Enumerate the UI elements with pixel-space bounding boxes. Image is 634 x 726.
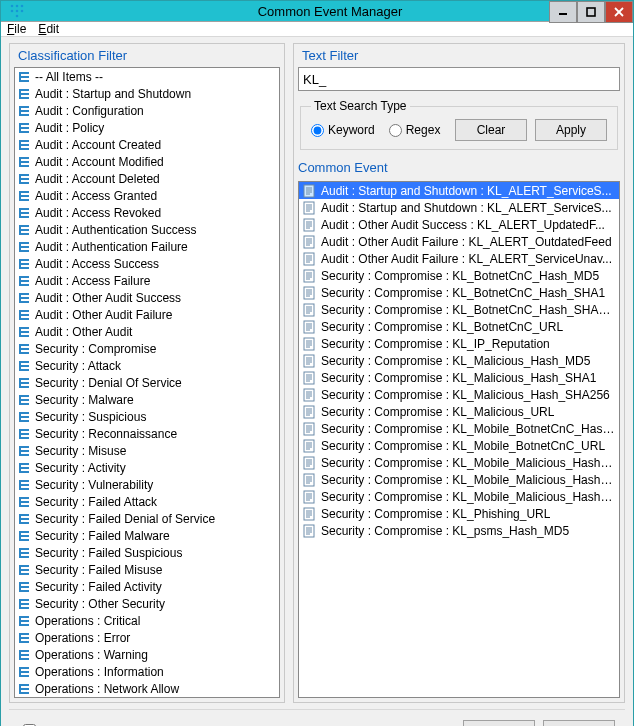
classification-item[interactable]: Security : Activity (15, 459, 279, 476)
classification-item[interactable]: Security : Compromise (15, 340, 279, 357)
maximize-button[interactable] (577, 1, 605, 23)
common-event-item[interactable]: Security : Compromise : KL_Malicious_Has… (299, 352, 619, 369)
svg-rect-98 (19, 437, 29, 439)
classification-item[interactable]: Security : Failed Attack (15, 493, 279, 510)
common-event-item[interactable]: Security : Compromise : KL_Mobile_Malici… (299, 454, 619, 471)
svg-rect-138 (19, 607, 29, 609)
svg-rect-100 (19, 446, 29, 448)
classification-item[interactable]: Security : Failed Activity (15, 578, 279, 595)
common-event-item[interactable]: Security : Compromise : KL_IP_Reputation (299, 335, 619, 352)
svg-rect-89 (19, 399, 29, 401)
common-event-item[interactable]: Audit : Startup and Shutdown : KL_ALERT_… (299, 199, 619, 216)
common-event-item[interactable]: Security : Compromise : KL_Mobile_Botnet… (299, 420, 619, 437)
classification-item[interactable]: Security : Attack (15, 357, 279, 374)
classification-tree[interactable]: -- All Items --Audit : Startup and Shutd… (14, 67, 280, 698)
list-structure-icon (17, 188, 33, 204)
classification-item[interactable]: Security : Denial Of Service (15, 374, 279, 391)
classification-item[interactable]: Security : Suspicious (15, 408, 279, 425)
common-event-item[interactable]: Audit : Other Audit Failure : KL_ALERT_S… (299, 250, 619, 267)
common-event-item[interactable]: Security : Compromise : KL_Malicious_Has… (299, 386, 619, 403)
list-structure-icon (17, 205, 33, 221)
classification-item[interactable]: Security : Failed Malware (15, 527, 279, 544)
common-event-item[interactable]: Security : Compromise : KL_Mobile_Botnet… (299, 437, 619, 454)
classification-item[interactable]: Audit : Other Audit Failure (15, 306, 279, 323)
keyword-radio-row[interactable]: Keyword (311, 123, 375, 137)
titlebar[interactable]: Common Event Manager (1, 1, 633, 21)
classification-item[interactable]: Security : Reconnaissance (15, 425, 279, 442)
classification-item[interactable]: Audit : Startup and Shutdown (15, 85, 279, 102)
svg-rect-254 (304, 508, 314, 520)
menu-edit[interactable]: Edit (38, 22, 59, 36)
classification-item[interactable]: Audit : Other Audit Success (15, 289, 279, 306)
svg-rect-169 (304, 219, 314, 231)
classification-item[interactable]: Operations : Warning (15, 646, 279, 663)
common-event-item-label: Audit : Other Audit Success : KL_ALERT_U… (321, 218, 605, 232)
classification-item[interactable]: Security : Failed Misuse (15, 561, 279, 578)
classification-item[interactable]: Audit : Account Created (15, 136, 279, 153)
regex-label: Regex (406, 123, 441, 137)
svg-rect-29 (19, 144, 29, 146)
classification-item[interactable]: Operations : Information (15, 663, 279, 680)
classification-item[interactable]: Operations : Critical (15, 612, 279, 629)
common-event-item[interactable]: Security : Compromise : KL_BotnetCnC_Has… (299, 284, 619, 301)
apply-button[interactable]: Apply (535, 119, 607, 141)
classification-item[interactable]: Audit : Configuration (15, 102, 279, 119)
minimize-button[interactable] (549, 1, 577, 23)
classification-item[interactable]: Security : Failed Suspicious (15, 544, 279, 561)
common-event-item[interactable]: Security : Compromise : KL_BotnetCnC_Has… (299, 301, 619, 318)
classification-item[interactable]: Audit : Other Audit (15, 323, 279, 340)
document-icon (301, 217, 317, 233)
text-filter-input[interactable] (298, 67, 620, 91)
menu-file[interactable]: File (7, 22, 26, 36)
svg-rect-69 (19, 314, 29, 316)
classification-item[interactable]: -- All Items -- (15, 68, 279, 85)
classification-filter-group: Classification Filter -- All Items --Aud… (9, 43, 285, 703)
clear-button[interactable]: Clear (455, 119, 527, 141)
content-area: Classification Filter -- All Items --Aud… (1, 37, 633, 726)
common-event-item[interactable]: Security : Compromise : KL_Mobile_Malici… (299, 471, 619, 488)
ok-button[interactable]: OK (463, 720, 535, 727)
common-event-item[interactable]: Security : Compromise : KL_Malicious_Has… (299, 369, 619, 386)
classification-item[interactable]: Audit : Access Success (15, 255, 279, 272)
classification-item[interactable]: Security : Misuse (15, 442, 279, 459)
classification-item[interactable]: Audit : Account Deleted (15, 170, 279, 187)
common-event-list[interactable]: Audit : Startup and Shutdown : KL_ALERT_… (298, 181, 620, 698)
common-event-item[interactable]: Security : Compromise : KL_BotnetCnC_URL (299, 318, 619, 335)
show-retired-row[interactable]: Show Retired (19, 721, 117, 726)
keyword-radio[interactable] (311, 124, 324, 137)
classification-item-label: Security : Misuse (35, 444, 126, 458)
classification-item-label: Audit : Account Created (35, 138, 161, 152)
svg-rect-130 (19, 573, 29, 575)
cancel-button[interactable]: Cancel (543, 720, 615, 727)
common-event-item-label: Audit : Startup and Shutdown : KL_ALERT_… (321, 184, 612, 198)
svg-rect-149 (19, 654, 29, 656)
classification-item[interactable]: Security : Vulnerability (15, 476, 279, 493)
classification-item[interactable]: Audit : Account Modified (15, 153, 279, 170)
classification-item[interactable]: Security : Malware (15, 391, 279, 408)
regex-radio[interactable] (389, 124, 402, 137)
svg-rect-234 (304, 440, 314, 452)
close-button[interactable] (605, 1, 633, 23)
common-event-item[interactable]: Security : Compromise : KL_BotnetCnC_Has… (299, 267, 619, 284)
common-event-item[interactable]: Security : Compromise : KL_Phishing_URL (299, 505, 619, 522)
classification-item[interactable]: Audit : Access Granted (15, 187, 279, 204)
common-event-item[interactable]: Audit : Startup and Shutdown : KL_ALERT_… (299, 182, 619, 199)
common-event-item[interactable]: Audit : Other Audit Failure : KL_ALERT_O… (299, 233, 619, 250)
classification-item[interactable]: Operations : Network Allow (15, 680, 279, 697)
common-event-item-label: Security : Compromise : KL_Mobile_Malici… (321, 456, 617, 470)
classification-item[interactable]: Security : Other Security (15, 595, 279, 612)
classification-item[interactable]: Audit : Access Failure (15, 272, 279, 289)
classification-item[interactable]: Audit : Access Revoked (15, 204, 279, 221)
classification-item[interactable]: Audit : Policy (15, 119, 279, 136)
svg-rect-97 (19, 433, 29, 435)
classification-item[interactable]: Audit : Authentication Success (15, 221, 279, 238)
common-event-item-label: Security : Compromise : KL_Mobile_Botnet… (321, 439, 605, 453)
classification-item[interactable]: Security : Failed Denial of Service (15, 510, 279, 527)
classification-item[interactable]: Operations : Error (15, 629, 279, 646)
classification-item[interactable]: Audit : Authentication Failure (15, 238, 279, 255)
regex-radio-row[interactable]: Regex (389, 123, 441, 137)
common-event-item[interactable]: Security : Compromise : KL_Mobile_Malici… (299, 488, 619, 505)
common-event-item[interactable]: Security : Compromise : KL_psms_Hash_MD5 (299, 522, 619, 539)
common-event-item[interactable]: Audit : Other Audit Success : KL_ALERT_U… (299, 216, 619, 233)
common-event-item[interactable]: Security : Compromise : KL_Malicious_URL (299, 403, 619, 420)
